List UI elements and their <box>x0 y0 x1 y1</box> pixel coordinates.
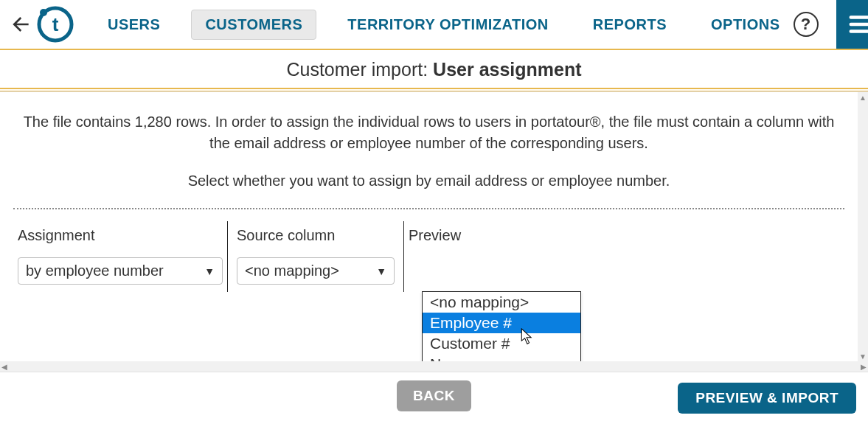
scroll-left-icon[interactable]: ◀ <box>1 363 7 371</box>
intro-text-1: The file contains 1,280 rows. In order t… <box>13 111 844 154</box>
mapping-table: Assignment Source column Preview by empl… <box>13 221 844 292</box>
arrow-left-icon <box>9 13 32 36</box>
scroll-down-icon[interactable]: ▼ <box>858 351 868 361</box>
source-cell: <no mapping> ▼ <box>227 250 404 292</box>
tab-options[interactable]: OPTIONS <box>698 10 794 39</box>
nav-tabs: USERS CUSTOMERS TERRITORY OPTIMIZATION R… <box>94 10 794 40</box>
footer-bar: BACK PREVIEW & IMPORT <box>0 372 868 419</box>
page-title-main: User assignment <box>433 59 581 80</box>
source-select[interactable]: <no mapping> ▼ <box>237 257 395 285</box>
scroll-up-icon[interactable]: ▲ <box>858 92 868 102</box>
page-title: Customer import: User assignment <box>0 50 868 88</box>
chevron-down-icon: ▼ <box>204 266 215 276</box>
source-option-nomapping[interactable]: <no mapping> <box>423 292 580 313</box>
horizontal-scrollbar[interactable]: ◀ ▶ <box>0 361 868 372</box>
scroll-right-icon[interactable]: ▶ <box>861 363 867 371</box>
assignment-select-value: by employee number <box>26 262 164 279</box>
vertical-scrollbar[interactable]: ▲ ▼ <box>858 92 868 361</box>
divider <box>0 88 868 89</box>
assignment-select[interactable]: by employee number ▼ <box>18 257 223 285</box>
source-option-employee[interactable]: Employee # <box>423 313 580 333</box>
menu-button[interactable] <box>836 0 868 49</box>
content-area: The file contains 1,280 rows. In order t… <box>0 91 868 361</box>
tab-territory[interactable]: TERRITORY OPTIMIZATION <box>334 10 561 39</box>
svg-text:t: t <box>52 13 59 35</box>
tab-customers[interactable]: CUSTOMERS <box>191 10 316 40</box>
source-option-customer[interactable]: Customer # <box>423 333 580 354</box>
hamburger-icon <box>847 10 868 38</box>
tab-users[interactable]: USERS <box>94 10 173 39</box>
intro-text-2: Select whether you want to assign by ema… <box>13 170 844 192</box>
col-header-assignment: Assignment <box>13 221 227 250</box>
top-bar: t USERS CUSTOMERS TERRITORY OPTIMIZATION… <box>0 0 868 49</box>
col-header-preview: Preview <box>404 221 530 250</box>
help-icon: ? <box>801 15 810 34</box>
source-select-value: <no mapping> <box>245 262 339 279</box>
help-button[interactable]: ? <box>794 12 819 37</box>
assignment-cell: by employee number ▼ <box>13 250 227 292</box>
back-step-button[interactable]: BACK <box>397 380 471 411</box>
preview-import-button[interactable]: PREVIEW & IMPORT <box>678 383 856 414</box>
col-header-source: Source column <box>227 221 404 250</box>
chevron-down-icon: ▼ <box>376 266 386 276</box>
app-logo: t <box>37 6 74 43</box>
page-title-prefix: Customer import: <box>286 59 433 80</box>
source-option-name[interactable]: Name <box>423 354 580 361</box>
logo-icon: t <box>37 6 74 43</box>
svg-point-1 <box>40 9 47 16</box>
back-button[interactable] <box>9 7 32 42</box>
tab-reports[interactable]: REPORTS <box>580 10 680 39</box>
preview-cell <box>404 250 530 292</box>
content-scroll: The file contains 1,280 rows. In order t… <box>0 92 858 361</box>
divider-dotted <box>13 208 844 209</box>
source-dropdown: <no mapping> Employee # Customer # Name … <box>422 291 581 361</box>
